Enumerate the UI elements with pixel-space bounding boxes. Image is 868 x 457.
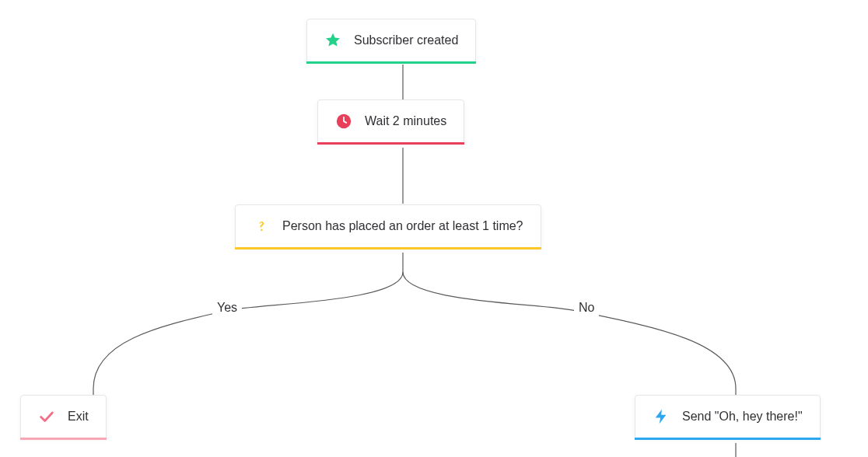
trigger-node[interactable]: Subscriber created (306, 19, 476, 62)
star-icon (324, 32, 341, 49)
check-icon (38, 408, 55, 425)
question-icon (253, 218, 270, 235)
send-node[interactable]: Send "Oh, hey there!" (635, 395, 821, 438)
branch-yes-label: Yes (212, 299, 242, 316)
condition-node[interactable]: Person has placed an order at least 1 ti… (235, 204, 541, 248)
wait-node[interactable]: Wait 2 minutes (317, 99, 464, 143)
trigger-label: Subscriber created (354, 33, 458, 47)
bolt-icon (653, 408, 670, 425)
send-label: Send "Oh, hey there!" (682, 410, 803, 424)
branch-no-label: No (574, 299, 599, 316)
clock-icon (335, 113, 352, 130)
condition-label: Person has placed an order at least 1 ti… (282, 219, 523, 233)
exit-label: Exit (68, 410, 89, 424)
exit-node[interactable]: Exit (20, 395, 107, 438)
wait-label: Wait 2 minutes (365, 114, 446, 128)
